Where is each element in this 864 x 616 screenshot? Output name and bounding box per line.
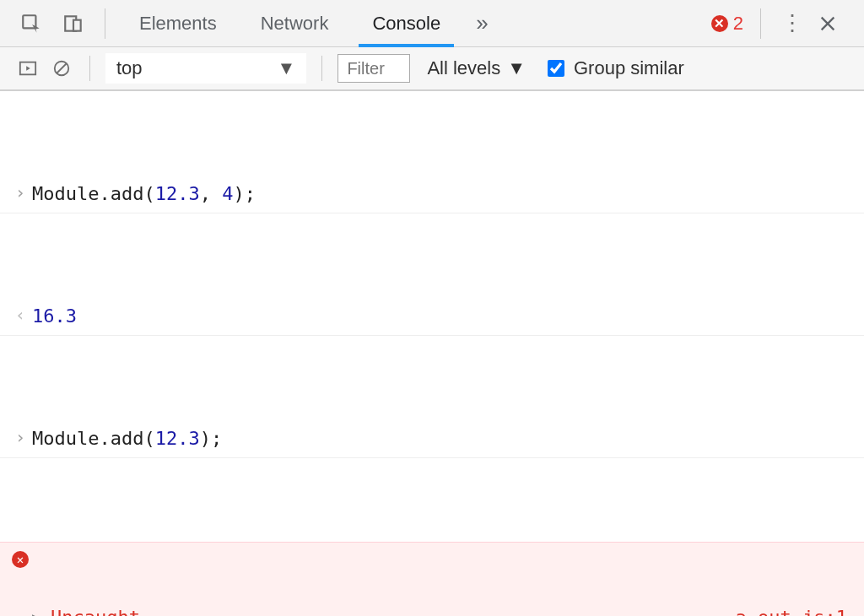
show-console-icon[interactable] <box>15 56 40 81</box>
error-head: Uncaught <box>51 607 140 616</box>
console-input-row[interactable]: › Module.add(12.3, 4); <box>0 175 864 213</box>
error-icon: ✕ <box>711 15 728 32</box>
error-icon: ✕ <box>8 548 32 616</box>
tab-more[interactable]: » <box>462 0 501 46</box>
tab-elements[interactable]: Elements <box>117 0 239 46</box>
console-entry: Module.add(12.3, 4); <box>32 180 852 208</box>
log-levels-label: All levels <box>427 57 500 79</box>
console-output: › Module.add(12.3, 4); ‹ 16.3 › Module.a… <box>0 91 864 616</box>
tab-network[interactable]: Network <box>239 0 351 46</box>
devtools-tab-bar: Elements Network Console » ✕ 2 ⋮ <box>0 0 864 47</box>
console-toolbar: top ▼ All levels ▼ Group similar <box>0 47 864 91</box>
group-similar-checkbox[interactable] <box>548 60 564 77</box>
context-selector-label: top <box>116 57 143 79</box>
input-marker-icon: › <box>8 424 32 452</box>
inspect-element-icon[interactable] <box>17 9 46 38</box>
output-marker-icon: ‹ <box>8 302 32 330</box>
expand-icon[interactable]: ▶ <box>32 608 46 616</box>
chevron-down-icon: ▼ <box>278 57 296 79</box>
console-output-row: ‹ 16.3 <box>0 297 864 336</box>
divider <box>105 8 105 39</box>
filter-input[interactable] <box>338 54 410 83</box>
context-selector[interactable]: top ▼ <box>105 53 306 84</box>
divider <box>760 8 761 39</box>
close-icon[interactable] <box>813 9 842 38</box>
error-count-badge[interactable]: ✕ 2 <box>711 13 743 35</box>
error-count-value: 2 <box>733 13 743 35</box>
chevron-down-icon: ▼ <box>507 57 526 79</box>
group-similar-toggle[interactable]: Group similar <box>544 57 684 79</box>
divider <box>89 56 90 81</box>
console-entry: Module.add(12.3); <box>32 424 852 452</box>
console-input-row[interactable]: › Module.add(12.3); <box>0 419 864 458</box>
input-marker-icon: › <box>8 180 32 208</box>
log-levels-selector[interactable]: All levels ▼ <box>427 57 526 79</box>
console-error-row[interactable]: ✕ ▶ a.out.js:1Uncaught ▶ BindingError {n… <box>0 542 864 616</box>
svg-rect-2 <box>73 19 81 30</box>
clear-console-icon[interactable] <box>49 56 74 81</box>
error-source-link[interactable]: a.out.js:1 <box>736 603 847 616</box>
divider <box>321 56 322 81</box>
tab-console[interactable]: Console <box>350 0 462 46</box>
device-toolbar-icon[interactable] <box>59 9 88 38</box>
group-similar-label: Group similar <box>574 57 684 79</box>
kebab-menu-icon[interactable]: ⋮ <box>778 9 807 38</box>
console-result: 16.3 <box>32 302 852 330</box>
